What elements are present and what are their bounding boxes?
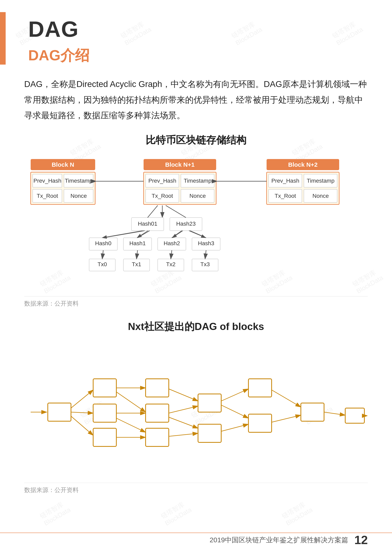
svg-text:Nonce: Nonce: [190, 193, 206, 199]
page-content: DAG DAG介绍 DAG，全称是Directed Acyclic Graph，…: [0, 0, 392, 523]
svg-text:Prev_Hash: Prev_Hash: [34, 178, 62, 184]
chapter-title: DAG: [28, 16, 368, 42]
svg-rect-80: [146, 428, 169, 446]
svg-text:Hash3: Hash3: [198, 240, 214, 246]
svg-line-54: [172, 231, 182, 238]
diagram2-title: Nxt社区提出的DAG of blocks: [24, 320, 368, 333]
svg-line-88: [71, 412, 93, 413]
svg-rect-79: [146, 404, 169, 422]
blockchain-svg-container: Block N Prev_Hash Timestamp Tx_Root Nonc…: [24, 157, 368, 294]
svg-text:Block N+2: Block N+2: [288, 161, 318, 168]
svg-line-43: [166, 205, 186, 218]
svg-text:Hash0: Hash0: [95, 240, 112, 246]
svg-text:Hash1: Hash1: [129, 240, 146, 246]
svg-rect-83: [249, 379, 272, 397]
svg-line-89: [71, 416, 93, 435]
svg-text:Tx_Root: Tx_Root: [275, 193, 296, 199]
svg-line-104: [324, 412, 345, 415]
footer-page-number: 12: [354, 533, 368, 547]
svg-text:Hash23: Hash23: [176, 221, 196, 227]
svg-line-87: [71, 390, 93, 408]
svg-line-91: [116, 392, 146, 412]
svg-rect-85: [301, 403, 324, 421]
svg-line-101: [221, 424, 249, 431]
svg-line-65: [136, 250, 137, 259]
diagram1-source: 数据来源：公开资料: [24, 296, 368, 308]
svg-text:Block N: Block N: [52, 161, 74, 168]
svg-rect-76: [93, 404, 116, 422]
svg-text:Tx0: Tx0: [98, 261, 107, 267]
svg-line-102: [272, 390, 301, 407]
page-footer: 2019中国区块链产业年鉴之扩展性解决方案篇 12: [0, 533, 392, 547]
body-text: DAG，全称是Directed Acyclic Graph，中文名称为有向无环图…: [24, 76, 368, 123]
svg-rect-77: [93, 428, 116, 446]
svg-text:Tx3: Tx3: [200, 261, 210, 267]
svg-text:Timestamp: Timestamp: [65, 178, 92, 184]
svg-text:Block N+1: Block N+1: [165, 161, 195, 168]
svg-text:Tx_Root: Tx_Root: [37, 193, 58, 199]
svg-rect-82: [198, 424, 221, 442]
svg-line-66: [171, 250, 172, 259]
svg-text:Timestamp: Timestamp: [307, 178, 334, 184]
svg-line-68: [102, 231, 143, 238]
svg-line-99: [221, 389, 249, 401]
svg-line-95: [169, 389, 198, 401]
svg-rect-75: [93, 379, 116, 397]
svg-rect-84: [249, 414, 272, 432]
svg-text:Timestamp: Timestamp: [184, 178, 211, 184]
svg-text:Nonce: Nonce: [313, 193, 329, 199]
svg-rect-74: [48, 403, 71, 421]
blockchain-svg: Block N Prev_Hash Timestamp Tx_Root Nonc…: [25, 157, 367, 294]
svg-text:Tx1: Tx1: [132, 261, 141, 267]
svg-line-67: [205, 250, 206, 259]
svg-text:Tx2: Tx2: [166, 261, 176, 267]
svg-text:Hash2: Hash2: [164, 240, 180, 246]
dag-svg-container: [24, 343, 368, 481]
svg-text:Prev_Hash: Prev_Hash: [271, 178, 299, 184]
svg-rect-81: [198, 394, 221, 412]
footer-text: 2019中国区块链产业年鉴之扩展性解决方案篇: [210, 535, 349, 545]
svg-line-103: [272, 415, 301, 422]
svg-line-42: [148, 205, 158, 218]
diagram2-source: 数据来源：公开资料: [24, 483, 368, 494]
svg-line-70: [172, 231, 183, 238]
svg-rect-78: [146, 379, 169, 397]
diagram1-title: 比特币区块链存储结构: [24, 133, 368, 147]
dag-diagram-section: Nxt社区提出的DAG of blocks: [24, 320, 368, 494]
blockchain-diagram-section: 比特币区块链存储结构 Block N: [24, 133, 368, 308]
svg-text:Tx_Root: Tx_Root: [152, 193, 173, 199]
svg-line-93: [116, 418, 146, 432]
dag-svg: [25, 343, 367, 481]
svg-line-96: [169, 406, 198, 413]
svg-line-64: [102, 250, 103, 259]
svg-line-100: [221, 405, 249, 418]
svg-text:Prev_Hash: Prev_Hash: [148, 178, 177, 184]
svg-text:Hash01: Hash01: [138, 221, 157, 227]
svg-line-98: [169, 433, 198, 436]
svg-line-71: [189, 231, 206, 238]
svg-rect-86: [345, 408, 364, 423]
section-title: DAG介绍: [28, 46, 368, 65]
svg-text:Nonce: Nonce: [71, 193, 87, 199]
svg-line-97: [169, 417, 198, 428]
